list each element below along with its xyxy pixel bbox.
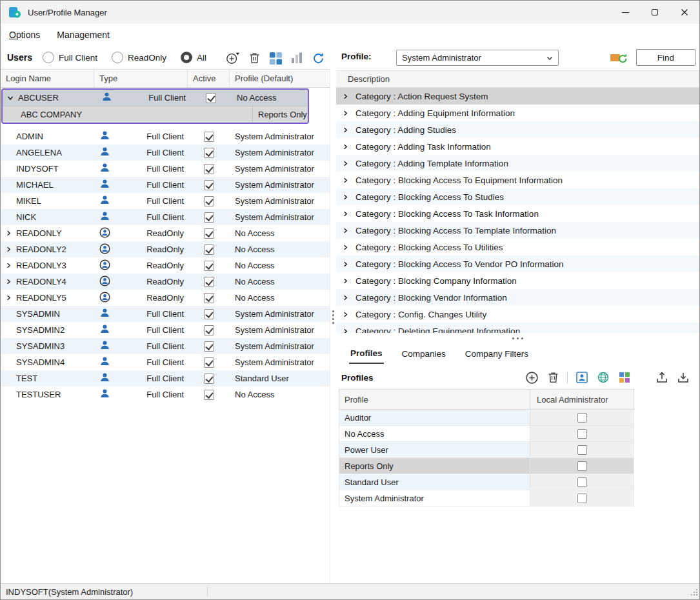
user-row[interactable]: READONLYReadOnlyNo Access xyxy=(1,225,330,241)
chevron-right-icon[interactable] xyxy=(342,210,351,217)
active-checkbox[interactable] xyxy=(204,245,214,255)
column-profile[interactable]: Profile xyxy=(339,390,530,409)
chevron-right-icon[interactable] xyxy=(342,277,351,285)
active-checkbox[interactable] xyxy=(206,93,216,103)
chevron-right-icon[interactable] xyxy=(342,227,351,234)
local-admin-checkbox[interactable] xyxy=(577,494,587,503)
active-checkbox[interactable] xyxy=(204,148,214,158)
active-checkbox[interactable] xyxy=(204,341,214,352)
active-checkbox[interactable] xyxy=(204,374,214,384)
refresh-button[interactable] xyxy=(311,51,325,65)
user-row[interactable]: SYSADMIN3Full ClientSystem Administrator xyxy=(1,338,330,354)
user-row[interactable]: NICKFull ClientSystem Administrator xyxy=(1,209,330,225)
category-row[interactable]: Category : Blocking Access To Task Infor… xyxy=(336,205,699,222)
user-row[interactable]: TESTFull ClientStandard User xyxy=(1,370,330,386)
column-grid-button[interactable] xyxy=(617,370,632,385)
globe-button[interactable] xyxy=(596,370,610,385)
column-type[interactable]: Type xyxy=(94,70,188,87)
chevron-right-icon[interactable] xyxy=(1,294,16,301)
active-checkbox[interactable] xyxy=(204,132,214,142)
category-row[interactable]: Category : Blocking Access To Studies xyxy=(336,188,699,205)
splitter-handle[interactable] xyxy=(336,333,699,343)
user-cards-button[interactable] xyxy=(268,51,283,65)
category-row[interactable]: Category : Blocking Access To Utilities xyxy=(336,239,699,255)
category-row[interactable]: Category : Blocking Access To Template I… xyxy=(336,222,699,239)
active-checkbox[interactable] xyxy=(204,309,214,319)
filter-radio-readonly[interactable]: ReadOnly xyxy=(112,52,166,63)
sync-profile-button[interactable] xyxy=(610,51,628,65)
category-row[interactable]: Category : Blocking Access To Equipment … xyxy=(336,172,699,188)
profile-row[interactable]: Power User xyxy=(339,442,634,458)
delete-user-button[interactable] xyxy=(247,51,261,65)
chevron-right-icon[interactable] xyxy=(342,261,351,268)
chevron-right-icon[interactable] xyxy=(342,244,351,251)
user-row[interactable]: MICHAELFull ClientSystem Administrator xyxy=(1,177,330,193)
user-row[interactable]: ANGELENAFull ClientSystem Administrator xyxy=(1,145,330,161)
chevron-right-icon[interactable] xyxy=(1,230,16,237)
user-row[interactable]: MIKELFull ClientSystem Administrator xyxy=(1,193,330,209)
user-row[interactable]: SYSADMINFull ClientSystem Administrator xyxy=(1,306,330,322)
filter-radio-full-client[interactable]: Full Client xyxy=(43,52,97,63)
active-checkbox[interactable] xyxy=(204,228,214,239)
chevron-right-icon[interactable] xyxy=(342,160,351,167)
active-checkbox[interactable] xyxy=(204,196,214,206)
user-row[interactable]: READONLY4ReadOnlyNo Access xyxy=(1,274,330,290)
export-button[interactable] xyxy=(655,370,669,385)
profile-card-button[interactable] xyxy=(575,370,589,385)
chevron-right-icon[interactable] xyxy=(342,311,351,318)
minimize-button[interactable] xyxy=(610,1,640,24)
user-row[interactable]: ABCUSERFull ClientNo Access xyxy=(3,90,308,106)
active-checkbox[interactable] xyxy=(204,164,214,174)
chevron-right-icon[interactable] xyxy=(342,126,351,134)
find-button[interactable]: Find xyxy=(636,49,695,66)
active-checkbox[interactable] xyxy=(204,390,214,400)
menu-management[interactable]: Management xyxy=(57,30,110,40)
profile-row[interactable]: No Access xyxy=(339,426,634,442)
chevron-right-icon[interactable] xyxy=(342,177,351,184)
category-row[interactable]: Category : Adding Template Information xyxy=(336,155,699,172)
profile-row[interactable]: Auditor xyxy=(339,410,634,426)
column-login-name[interactable]: Login Name xyxy=(1,70,94,87)
category-row[interactable]: Category : Blocking Access To Vendor PO … xyxy=(336,255,699,272)
user-row[interactable]: READONLY2ReadOnlyNo Access xyxy=(1,241,330,257)
user-row[interactable]: SYSADMIN4Full ClientSystem Administrator xyxy=(1,354,330,370)
category-row[interactable]: Category : Adding Task Information xyxy=(336,138,699,155)
category-row[interactable]: Category : Config. Changes Utility xyxy=(336,306,699,323)
user-row[interactable]: ADMINFull ClientSystem Administrator xyxy=(1,128,330,145)
menu-options[interactable]: Options xyxy=(9,30,40,40)
profile-row[interactable]: System Administrator xyxy=(339,490,634,506)
column-active[interactable]: Active xyxy=(188,70,230,87)
column-profile-default[interactable]: Profile (Default) xyxy=(230,70,330,87)
category-row[interactable]: Category : Deleting Equipment Informatio… xyxy=(336,323,699,333)
category-row[interactable]: Category : Blocking Company Information xyxy=(336,272,699,289)
usage-chart-button[interactable] xyxy=(290,51,304,65)
panel-splitter[interactable] xyxy=(330,46,336,583)
profile-row[interactable]: Standard User xyxy=(339,474,634,490)
chevron-right-icon[interactable] xyxy=(342,194,351,201)
local-admin-checkbox[interactable] xyxy=(577,477,587,487)
chevron-right-icon[interactable] xyxy=(342,294,351,301)
active-checkbox[interactable] xyxy=(204,357,214,368)
chevron-right-icon[interactable] xyxy=(1,278,16,285)
local-admin-checkbox[interactable] xyxy=(577,461,587,471)
profile-row[interactable]: Reports Only xyxy=(339,458,634,474)
add-user-button[interactable] xyxy=(226,51,240,65)
active-checkbox[interactable] xyxy=(204,293,214,303)
user-row[interactable]: INDYSOFTFull ClientSystem Administrator xyxy=(1,161,330,177)
import-button[interactable] xyxy=(676,370,690,385)
active-checkbox[interactable] xyxy=(204,277,214,287)
maximize-button[interactable] xyxy=(640,1,670,24)
category-row[interactable]: Category : Adding Studies xyxy=(336,121,699,138)
chevron-right-icon[interactable] xyxy=(1,262,16,269)
local-admin-checkbox[interactable] xyxy=(577,429,587,439)
chevron-right-icon[interactable] xyxy=(342,143,351,150)
local-admin-checkbox[interactable] xyxy=(577,445,587,455)
active-checkbox[interactable] xyxy=(204,180,214,190)
category-row[interactable]: Category : Action Request System xyxy=(336,88,699,105)
chevron-down-icon[interactable] xyxy=(3,94,18,102)
user-row[interactable]: TESTUSERFull ClientNo Access xyxy=(1,386,330,403)
user-row[interactable]: SYSADMIN2Full ClientSystem Administrator xyxy=(1,322,330,338)
active-checkbox[interactable] xyxy=(204,261,214,271)
active-checkbox[interactable] xyxy=(204,325,214,335)
close-button[interactable] xyxy=(670,1,699,24)
